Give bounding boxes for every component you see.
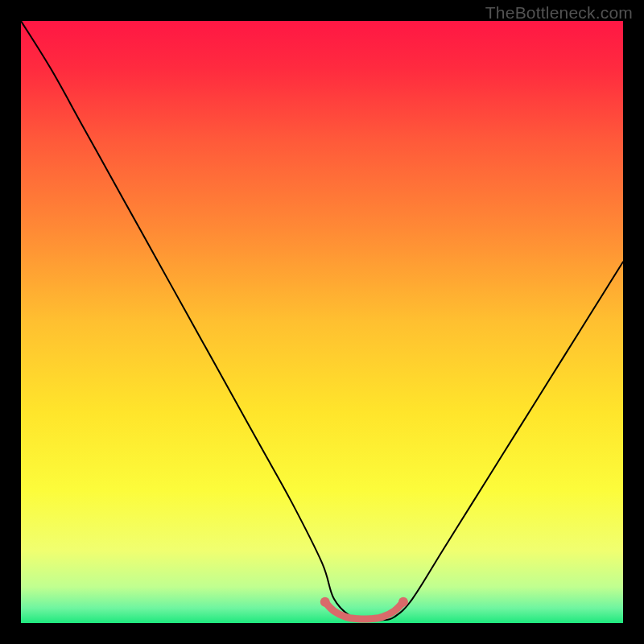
chart-curves: [21, 21, 623, 623]
bottleneck-curve-line: [21, 21, 623, 621]
svg-point-1: [320, 597, 330, 607]
chart-plot-area: [21, 21, 623, 623]
svg-point-2: [398, 597, 408, 607]
watermark-text: TheBottleneck.com: [485, 3, 633, 23]
